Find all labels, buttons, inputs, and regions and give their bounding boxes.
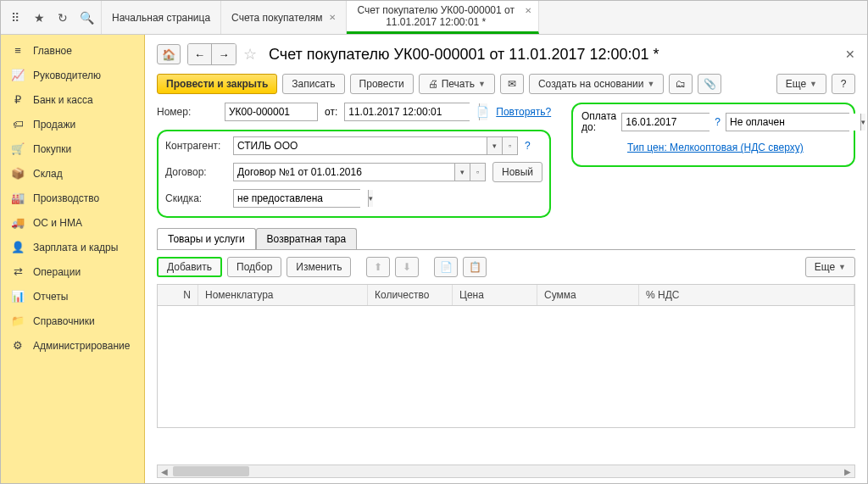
sidebar-item-warehouse[interactable]: 📦Склад — [1, 161, 144, 186]
from-label: от: — [325, 106, 337, 118]
chevron-down-icon[interactable]: ▾ — [454, 164, 470, 181]
open-icon[interactable]: ▫ — [470, 164, 485, 181]
bars-icon: 📊 — [11, 290, 25, 303]
swap-icon: ⇄ — [11, 265, 25, 278]
history-icon[interactable]: ↻ — [55, 10, 70, 25]
sidebar-item-manager[interactable]: 📈Руководителю — [1, 63, 144, 87]
ruble-icon: ₽ — [11, 93, 25, 106]
close-icon[interactable]: ✕ — [525, 6, 531, 16]
cart-icon: 🛒 — [11, 142, 25, 155]
tab-invoice-doc[interactable]: Счет покупателю УК00-000001 от 11.01.201… — [347, 1, 539, 34]
payment-label: Оплата до: — [581, 111, 616, 133]
sidebar-item-admin[interactable]: ⚙Администрирование — [1, 333, 144, 358]
folder-icon: 📁 — [11, 314, 25, 327]
col-quantity[interactable]: Количество — [368, 285, 453, 305]
close-icon[interactable]: ✕ — [329, 13, 336, 22]
number-input[interactable] — [225, 103, 318, 121]
close-button[interactable]: ✕ — [845, 47, 855, 61]
sidebar-item-bank[interactable]: ₽Банк и касса — [1, 87, 144, 112]
apps-icon[interactable]: ⠿ — [8, 10, 23, 25]
chevron-down-icon[interactable]: ▾ — [368, 190, 373, 207]
move-down-button[interactable]: ⬇ — [395, 257, 419, 277]
chevron-down-icon[interactable]: ▾ — [487, 137, 502, 154]
forward-button[interactable]: → — [212, 44, 236, 64]
new-contract-button[interactable]: Новый — [492, 162, 542, 182]
scroll-right-icon[interactable]: ▶ — [841, 467, 854, 476]
col-vat[interactable]: % НДС — [639, 285, 854, 305]
scroll-left-icon[interactable]: ◀ — [158, 467, 171, 476]
add-button[interactable]: Добавить — [157, 257, 222, 277]
more-button[interactable]: Еще▼ — [776, 74, 826, 94]
tab-label-line2: 11.01.2017 12:00:01 * — [386, 16, 486, 28]
gear-icon: ⚙ — [11, 339, 25, 352]
sidebar-item-sales[interactable]: 🏷Продажи — [1, 112, 144, 136]
truck-icon: 🚚 — [11, 216, 25, 229]
col-price[interactable]: Цена — [453, 285, 537, 305]
printer-icon: 🖨 — [428, 78, 438, 90]
help-button[interactable]: ? — [832, 74, 855, 94]
tab-home[interactable]: Начальная страница — [102, 1, 221, 34]
sidebar-item-catalogs[interactable]: 📁Справочники — [1, 309, 144, 333]
tab-tare[interactable]: Возвратная тара — [256, 228, 358, 249]
tab-label: Начальная страница — [112, 12, 210, 24]
help-icon[interactable]: ? — [525, 140, 531, 152]
tab-invoices[interactable]: Счета покупателям ✕ — [221, 1, 347, 34]
discount-select[interactable]: ▾ — [233, 189, 360, 208]
sidebar-item-operations[interactable]: ⇄Операции — [1, 259, 144, 284]
chevron-down-icon[interactable]: ▾ — [860, 114, 865, 131]
contract-input[interactable]: ▾ ▫ — [233, 163, 486, 181]
box-icon: 📦 — [11, 167, 25, 180]
factory-icon: 🏭 — [11, 192, 25, 204]
sidebar-item-production[interactable]: 🏭Производство — [1, 186, 144, 210]
attach-button[interactable]: 📎 — [698, 74, 721, 94]
favorite-icon[interactable]: ☆ — [243, 45, 257, 64]
help-icon[interactable]: ? — [715, 116, 721, 128]
home-button[interactable]: 🏠 — [157, 44, 181, 64]
partner-input[interactable]: ▾ ▫ — [233, 136, 518, 155]
tab-label: Счета покупателям — [231, 12, 322, 24]
repeat-link[interactable]: Повторять? — [496, 106, 551, 118]
back-button[interactable]: ← — [188, 44, 212, 64]
sidebar: ≡Главное 📈Руководителю ₽Банк и касса 🏷Пр… — [1, 35, 145, 483]
col-nomenclature[interactable]: Номенклатура — [198, 285, 368, 305]
pick-button[interactable]: Подбор — [227, 257, 281, 277]
chart-icon: 📈 — [11, 69, 25, 81]
date-input[interactable]: ▦ — [344, 103, 470, 121]
sidebar-item-main[interactable]: ≡Главное — [1, 38, 144, 63]
payment-status-select[interactable]: ▾ — [726, 113, 849, 131]
mail-button[interactable]: ✉ — [500, 74, 524, 94]
payment-date-input[interactable]: ▦ × — [621, 113, 709, 131]
tab-goods[interactable]: Товары и услуги — [157, 228, 256, 249]
create-based-button[interactable]: Создать на основании▼ — [529, 74, 664, 94]
move-up-button[interactable]: ⬆ — [366, 257, 390, 277]
star-icon[interactable]: ★ — [31, 10, 47, 25]
person-icon: 👤 — [11, 241, 25, 253]
col-n[interactable]: N — [158, 285, 198, 305]
post-button[interactable]: Провести — [350, 74, 414, 94]
menu-icon: ≡ — [11, 44, 25, 57]
sidebar-item-reports[interactable]: 📊Отчеты — [1, 284, 144, 309]
tab-label-line1: Счет покупателю УК00-000001 от — [357, 4, 515, 16]
search-icon[interactable]: 🔍 — [79, 10, 94, 25]
scroll-thumb[interactable] — [173, 466, 249, 476]
copy-button[interactable]: 📄 — [434, 257, 458, 277]
number-label: Номер: — [157, 106, 218, 118]
grid-more-button[interactable]: Еще▼ — [805, 257, 855, 277]
sidebar-item-purchases[interactable]: 🛒Покупки — [1, 136, 144, 161]
sidebar-item-assets[interactable]: 🚚ОС и НМА — [1, 210, 144, 235]
price-type-link[interactable]: Тип цен: Мелкооптовая (НДС сверху) — [627, 142, 804, 153]
discount-label: Скидка: — [165, 192, 226, 204]
paste-button[interactable]: 📋 — [463, 257, 487, 277]
col-sum[interactable]: Сумма — [537, 285, 639, 305]
structure-button[interactable]: 🗂 — [669, 74, 693, 94]
edit-button[interactable]: Изменить — [287, 257, 351, 277]
repeat-icon: 📄 — [476, 106, 489, 118]
save-button[interactable]: Записать — [282, 74, 344, 94]
sidebar-item-hr[interactable]: 👤Зарплата и кадры — [1, 235, 144, 259]
post-and-close-button[interactable]: Провести и закрыть — [157, 74, 277, 94]
open-icon[interactable]: ▫ — [502, 137, 517, 154]
items-grid[interactable]: N Номенклатура Количество Цена Сумма % Н… — [157, 284, 855, 428]
print-button[interactable]: 🖨Печать▼ — [419, 74, 495, 94]
horizontal-scrollbar[interactable]: ◀ ▶ — [157, 465, 855, 478]
contract-label: Договор: — [165, 166, 226, 178]
